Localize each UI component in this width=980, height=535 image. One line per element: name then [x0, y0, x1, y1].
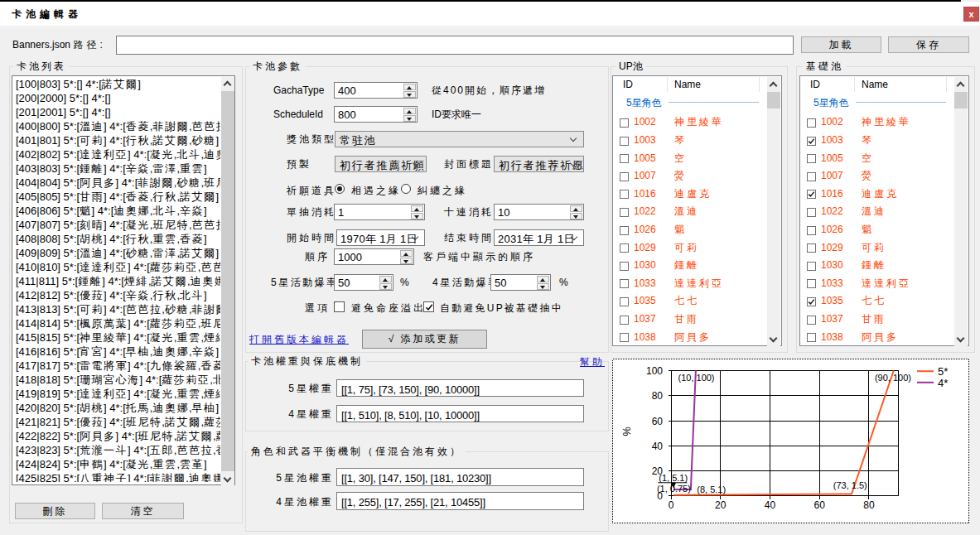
svg-text:(8, 5.1): (8, 5.1) [697, 484, 726, 494]
svg-text:0: 0 [669, 499, 674, 511]
svg-text:(1, 5.1): (1, 5.1) [659, 473, 688, 483]
svg-text:%: % [620, 427, 633, 436]
svg-text:100: 100 [646, 365, 663, 377]
svg-text:(73, 1.5): (73, 1.5) [833, 480, 867, 490]
svg-text:4*: 4* [938, 377, 948, 389]
svg-text:60: 60 [652, 416, 664, 427]
svg-text:(10, 100): (10, 100) [678, 373, 715, 383]
svg-text:(90, 100): (90, 100) [875, 373, 911, 383]
svg-text:60: 60 [814, 499, 826, 511]
svg-text:40: 40 [765, 499, 776, 511]
svg-text:80: 80 [863, 499, 875, 511]
svg-text:40: 40 [652, 441, 664, 452]
svg-text:20: 20 [715, 499, 727, 511]
svg-text:80: 80 [652, 390, 664, 402]
